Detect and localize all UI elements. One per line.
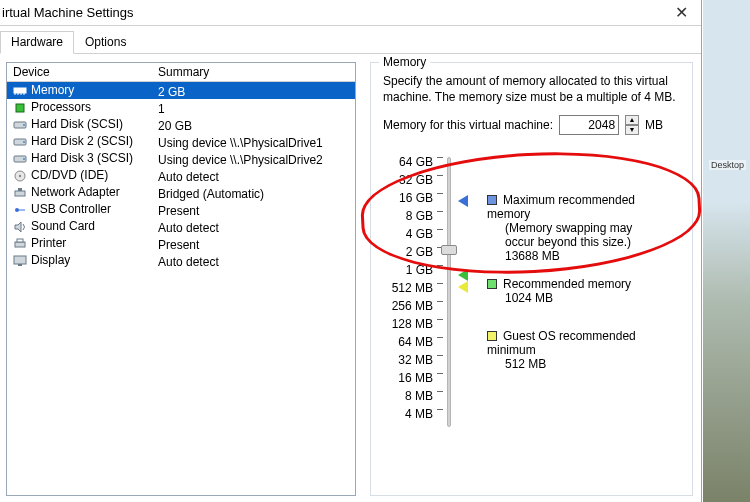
slider-label: 32 MB: [383, 351, 433, 369]
slider-tick: [437, 355, 443, 373]
slider-label: 32 GB: [383, 171, 433, 189]
memory-slider-track[interactable]: [447, 157, 451, 427]
tab-options[interactable]: Options: [74, 31, 137, 54]
svg-rect-24: [18, 264, 22, 266]
device-row-disk[interactable]: Hard Disk 3 (SCSI)Using device \\.\Physi…: [7, 150, 355, 167]
memory-icon: [13, 85, 27, 97]
legend-max: Maximum recommended memory (Memory swapp…: [487, 193, 680, 263]
svg-point-7: [23, 124, 25, 126]
slider-label: 8 GB: [383, 207, 433, 225]
window-title: irtual Machine Settings: [0, 5, 661, 20]
device-name: Display: [31, 252, 70, 269]
svg-rect-0: [14, 88, 26, 93]
titlebar: irtual Machine Settings ✕: [0, 0, 701, 26]
memory-slider-area: 64 GB32 GB16 GB8 GB4 GB2 GB1 GB512 MB256…: [383, 153, 680, 463]
device-list: Device Summary Memory2 GBProcessors1Hard…: [6, 62, 356, 496]
device-row-disk[interactable]: Hard Disk (SCSI)20 GB: [7, 116, 355, 133]
memory-tick-labels: 64 GB32 GB16 GB8 GB4 GB2 GB1 GB512 MB256…: [383, 153, 433, 423]
svg-rect-5: [16, 104, 24, 112]
device-row-disk[interactable]: Hard Disk 2 (SCSI)Using device \\.\Physi…: [7, 133, 355, 150]
device-row-cd[interactable]: CD/DVD (IDE)Auto detect: [7, 167, 355, 184]
col-device-header[interactable]: Device: [7, 63, 152, 81]
usb-icon: [13, 204, 27, 216]
memory-slider-thumb[interactable]: [441, 245, 457, 255]
disk-icon: [13, 136, 27, 148]
device-row-memory[interactable]: Memory2 GB: [7, 82, 355, 99]
cd-icon: [13, 170, 27, 182]
device-summary: Bridged (Automatic): [152, 184, 355, 201]
legend-rec-swatch-icon: [487, 279, 497, 289]
slider-label: 4 MB: [383, 405, 433, 423]
slider-label: 4 GB: [383, 225, 433, 243]
svg-point-13: [19, 174, 21, 176]
device-summary: Auto detect: [152, 167, 355, 184]
slider-tick: [437, 265, 443, 283]
memory-description: Specify the amount of memory allocated t…: [383, 73, 680, 105]
device-summary: Present: [152, 201, 355, 218]
device-name: Memory: [31, 82, 74, 99]
col-summary-header[interactable]: Summary: [152, 63, 355, 81]
device-row-usb[interactable]: USB ControllerPresent: [7, 201, 355, 218]
device-list-header: Device Summary: [7, 63, 355, 82]
device-name: Hard Disk (SCSI): [31, 116, 123, 133]
spin-down-icon[interactable]: ▼: [625, 125, 639, 135]
printer-icon: [13, 238, 27, 250]
net-icon: [13, 187, 27, 199]
device-name: Hard Disk 3 (SCSI): [31, 150, 133, 167]
device-name: Printer: [31, 235, 66, 252]
device-summary: 20 GB: [152, 116, 355, 133]
memory-input[interactable]: [559, 115, 619, 135]
memory-field-label: Memory for this virtual machine:: [383, 118, 553, 132]
slider-tick: [437, 211, 443, 229]
slider-tick: [437, 157, 443, 175]
legend-max-swatch-icon: [487, 195, 497, 205]
marker-guest-icon: [458, 281, 468, 293]
desktop-label: Desktop: [709, 160, 746, 170]
memory-ticks: [437, 157, 445, 427]
slider-tick: [437, 373, 443, 391]
device-row-display[interactable]: DisplayAuto detect: [7, 252, 355, 269]
device-summary: Auto detect: [152, 252, 355, 269]
disk-icon: [13, 119, 27, 131]
memory-group-label: Memory: [379, 55, 430, 69]
cpu-icon: [13, 102, 27, 114]
slider-tick: [437, 409, 443, 427]
svg-point-9: [23, 141, 25, 143]
svg-rect-21: [15, 242, 25, 247]
device-summary: Using device \\.\PhysicalDrive1: [152, 133, 355, 150]
slider-tick: [437, 301, 443, 319]
slider-tick: [437, 319, 443, 337]
memory-spinner[interactable]: ▲ ▼: [625, 115, 639, 135]
slider-tick: [437, 283, 443, 301]
display-icon: [13, 255, 27, 267]
device-name: Hard Disk 2 (SCSI): [31, 133, 133, 150]
memory-unit: MB: [645, 118, 663, 132]
sound-icon: [13, 221, 27, 233]
slider-label: 8 MB: [383, 387, 433, 405]
device-summary: 1: [152, 99, 355, 116]
svg-rect-23: [14, 256, 26, 264]
svg-rect-14: [15, 191, 25, 196]
spin-up-icon[interactable]: ▲: [625, 115, 639, 125]
svg-rect-15: [18, 188, 22, 191]
marker-max-icon: [458, 195, 468, 207]
slider-tick: [437, 337, 443, 355]
slider-tick: [437, 391, 443, 409]
device-name: USB Controller: [31, 201, 111, 218]
device-name: Processors: [31, 99, 91, 116]
legend-rec: Recommended memory 1024 MB: [487, 277, 631, 305]
device-row-sound[interactable]: Sound CardAuto detect: [7, 218, 355, 235]
device-row-net[interactable]: Network AdapterBridged (Automatic): [7, 184, 355, 201]
device-summary: 2 GB: [152, 82, 355, 99]
slider-tick: [437, 175, 443, 193]
device-name: Sound Card: [31, 218, 95, 235]
legend-guest: Guest OS recommended minimum 512 MB: [487, 329, 680, 371]
close-button[interactable]: ✕: [661, 3, 701, 22]
tab-hardware[interactable]: Hardware: [0, 31, 74, 54]
svg-marker-20: [15, 222, 21, 232]
device-row-cpu[interactable]: Processors1: [7, 99, 355, 116]
device-row-printer[interactable]: PrinterPresent: [7, 235, 355, 252]
marker-rec-icon: [458, 269, 468, 281]
device-name: Network Adapter: [31, 184, 120, 201]
device-summary: Present: [152, 235, 355, 252]
